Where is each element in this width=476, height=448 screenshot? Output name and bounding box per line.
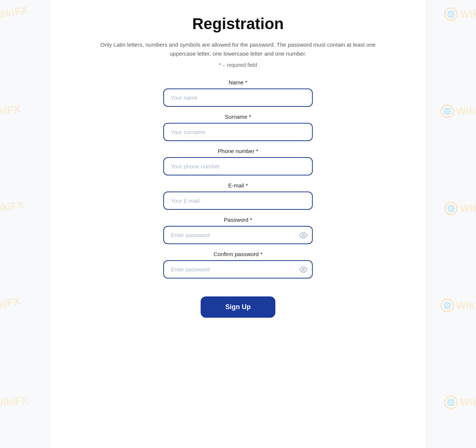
confirm-password-label: Confirm password * [163, 251, 313, 257]
password-group: Password * [163, 217, 313, 244]
phone-group: Phone number * [163, 148, 313, 175]
watermark: 🌐 WikiFX [444, 396, 476, 409]
email-input[interactable] [163, 192, 313, 210]
watermark: 🌐 WikiFX [444, 7, 476, 21]
watermark: 🌐 WikiFX [0, 3, 29, 25]
watermark: 🌐 WikiFX [441, 105, 476, 118]
watermark: 🌐 WikiFX [0, 102, 21, 120]
surname-label: Surname * [163, 113, 313, 120]
confirm-password-group: Confirm password * [163, 251, 313, 279]
watermark: 🌐 WikiFX [441, 299, 476, 312]
phone-label: Phone number * [163, 148, 313, 154]
registration-form: Name * Surname * Phone number * E-mail *… [163, 79, 313, 318]
phone-input[interactable] [163, 157, 313, 175]
page-wrapper: Registration Only Latin letters, numbers… [49, 0, 427, 448]
watermark: 🌐 WikiFX [0, 198, 25, 218]
confirm-password-toggle-eye-icon[interactable] [299, 265, 307, 274]
watermark: 🌐 WikiFX [0, 393, 28, 411]
confirm-password-input[interactable] [163, 260, 313, 279]
password-toggle-eye-icon[interactable] [299, 231, 307, 239]
page-description: Only Latin letters, numbers and symbols … [92, 40, 384, 58]
watermark: 🌐 WikiFX [0, 295, 21, 317]
svg-point-1 [302, 268, 305, 271]
email-label: E-mail * [163, 182, 313, 189]
sign-up-button[interactable]: Sign Up [201, 296, 275, 318]
name-label: Name * [163, 79, 313, 85]
svg-point-0 [302, 234, 305, 236]
password-label: Password * [163, 217, 313, 223]
surname-group: Surname * [163, 113, 313, 141]
surname-input[interactable] [163, 123, 313, 141]
confirm-password-input-wrapper [163, 260, 313, 279]
password-input-wrapper [163, 226, 313, 244]
name-group: Name * [163, 79, 313, 107]
name-input[interactable] [163, 88, 313, 107]
page-title: Registration [65, 15, 411, 33]
password-input[interactable] [163, 226, 313, 244]
watermark: 🌐 WikiFX [444, 202, 476, 215]
required-note: * – required field [65, 62, 411, 68]
email-group: E-mail * [163, 182, 313, 210]
